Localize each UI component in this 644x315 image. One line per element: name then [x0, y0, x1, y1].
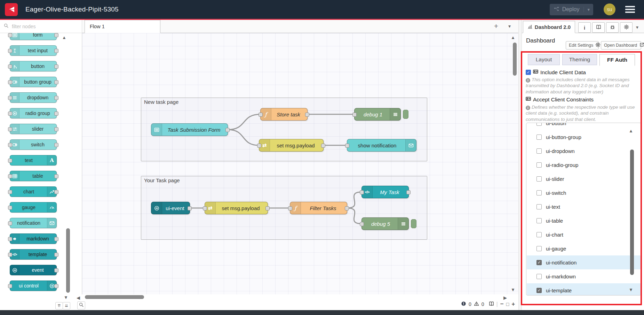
zoom-in-button[interactable]: +: [511, 301, 515, 308]
zoom-out-button[interactable]: −: [500, 301, 504, 308]
flow-node-show-notification[interactable]: show notification: [347, 139, 416, 152]
input-port[interactable]: [8, 190, 12, 194]
canvas-scroll-down-icon[interactable]: ▼: [511, 287, 515, 292]
input-port[interactable]: [8, 33, 12, 37]
input-port[interactable]: [8, 143, 12, 147]
output-port[interactable]: [54, 174, 58, 178]
flow-list-caret-icon[interactable]: ▾: [508, 23, 511, 29]
input-port[interactable]: [259, 113, 263, 117]
input-port[interactable]: [8, 206, 12, 210]
list-item-ui-markdown[interactable]: ui-markdown: [527, 269, 641, 283]
flow-node-filter-tasks[interactable]: ƒFilter Tasks: [290, 202, 347, 214]
debug-sidebar-button[interactable]: [606, 22, 619, 33]
tab-flow-1[interactable]: Flow 1: [85, 20, 160, 33]
tab-layout[interactable]: Layout: [528, 54, 560, 65]
canvas-hscrollbar-thumb[interactable]: [85, 295, 144, 299]
output-port[interactable]: [54, 33, 58, 37]
output-port[interactable]: [54, 80, 58, 84]
checkbox-ui-button[interactable]: [536, 123, 542, 126]
input-port[interactable]: [360, 190, 364, 194]
checkbox-ui-text[interactable]: [536, 204, 542, 209]
output-port[interactable]: [305, 113, 309, 117]
input-port[interactable]: [288, 206, 292, 210]
listbox-scroll-down-icon[interactable]: ▼: [629, 287, 633, 292]
sidebar-menu-caret-icon[interactable]: ▾: [636, 24, 638, 30]
palette-node-event[interactable]: event: [10, 265, 57, 275]
output-port[interactable]: [406, 190, 411, 194]
palette-scroll-up-icon[interactable]: ▲: [62, 35, 66, 40]
debug-toggle-button[interactable]: [411, 219, 416, 228]
palette-node-gauge[interactable]: gauge: [10, 202, 57, 213]
output-port[interactable]: [54, 237, 58, 241]
checkbox-ui-dropdown[interactable]: [536, 148, 542, 154]
checkbox-ui-markdown[interactable]: [536, 274, 542, 279]
input-port[interactable]: [8, 253, 12, 257]
canvas-scroll-up-icon[interactable]: ▲: [511, 35, 515, 40]
output-port[interactable]: [321, 144, 325, 148]
checkbox-ui-switch[interactable]: [536, 190, 542, 195]
collapse-groups-button[interactable]: ⇈: [55, 302, 63, 309]
output-port[interactable]: [54, 190, 58, 194]
input-port[interactable]: [8, 159, 12, 163]
tab-dashboard-2-0[interactable]: Dashboard 2.0: [523, 21, 575, 33]
input-port[interactable]: [8, 96, 12, 100]
config-sidebar-button[interactable]: [620, 22, 633, 33]
input-port[interactable]: [8, 221, 12, 225]
flow-node-debug-5[interactable]: debug 5: [361, 217, 409, 230]
main-menu-button[interactable]: [625, 5, 635, 14]
checkbox-ui-radio-group[interactable]: [536, 162, 542, 168]
input-port[interactable]: [360, 222, 364, 226]
flow-node-my-task[interactable]: </>My Task: [361, 186, 409, 198]
add-flow-button[interactable]: +: [494, 22, 498, 30]
canvas-scroll-left-icon[interactable]: ◀: [77, 295, 80, 300]
palette-node-text-input[interactable]: text input: [10, 45, 57, 56]
palette-node-button-group[interactable]: button group: [10, 77, 57, 87]
palette-node-dropdown[interactable]: dropdown: [10, 92, 57, 103]
palette-node-markdown[interactable]: markdown: [10, 233, 57, 244]
input-port[interactable]: [8, 284, 12, 288]
user-avatar[interactable]: su: [604, 3, 615, 15]
navigator-icon[interactable]: [489, 301, 494, 307]
input-port[interactable]: [345, 144, 349, 148]
palette-node-radio-group[interactable]: radio group: [10, 108, 57, 118]
palette-node-ui-control[interactable]: ui control: [10, 281, 57, 291]
flow-node-task-submission-form[interactable]: Task Submission Form: [151, 123, 228, 136]
list-item-ui-chart[interactable]: ui-chart: [527, 228, 641, 241]
sidebar-splitter[interactable]: [518, 20, 522, 310]
info-sidebar-button[interactable]: i: [578, 22, 591, 33]
canvas-vscrollbar-thumb[interactable]: [513, 43, 517, 76]
input-port[interactable]: [203, 206, 207, 210]
palette-node-text[interactable]: Atext: [10, 155, 57, 166]
list-item-ui-template[interactable]: ✓ui-template: [527, 283, 641, 295]
flow-node-set-msg-payload[interactable]: ⇄set msg.payload: [259, 139, 324, 152]
flow-node-store-task[interactable]: ƒStore task: [260, 108, 308, 121]
output-port[interactable]: [54, 284, 58, 288]
list-item-ui-dropdown[interactable]: ui-dropdown: [527, 144, 641, 158]
expand-groups-button[interactable]: ⇊: [63, 302, 70, 309]
list-item-ui-gauge[interactable]: ui-gauge: [527, 241, 641, 255]
output-port[interactable]: [54, 49, 58, 53]
output-port[interactable]: [265, 206, 270, 210]
edit-settings-button[interactable]: Edit Settings: [566, 41, 599, 49]
list-item-ui-notification[interactable]: ✓ui-notification: [527, 255, 641, 269]
checkbox-ui-button-group[interactable]: [536, 135, 542, 140]
list-item-ui-radio-group[interactable]: ui-radio-group: [527, 158, 641, 172]
palette-node-table[interactable]: table: [10, 171, 57, 181]
checkbox-ui-notification[interactable]: ✓: [536, 260, 542, 265]
flow-node-ui-event[interactable]: ui-event: [151, 202, 190, 214]
input-port[interactable]: [8, 49, 12, 53]
input-port[interactable]: [8, 127, 12, 131]
flow-canvas[interactable]: New task pageYour Task pageTask Submissi…: [82, 33, 518, 294]
checkbox-ui-chart[interactable]: [536, 232, 542, 237]
palette-node-slider[interactable]: slider: [10, 124, 57, 134]
output-port[interactable]: [54, 143, 58, 147]
output-port[interactable]: [54, 253, 58, 257]
tab-ff-auth[interactable]: FF Auth: [599, 54, 635, 66]
tab-theming[interactable]: Theming: [562, 54, 597, 65]
list-item-ui-table[interactable]: ui-table: [527, 214, 641, 228]
listbox-scrollbar-thumb[interactable]: [630, 149, 634, 275]
list-item-ui-button[interactable]: ui-button: [527, 123, 641, 130]
listbox-scroll-up-icon[interactable]: ▲: [629, 129, 633, 133]
output-port[interactable]: [54, 127, 58, 131]
checkbox-ui-template[interactable]: ✓: [536, 288, 542, 293]
